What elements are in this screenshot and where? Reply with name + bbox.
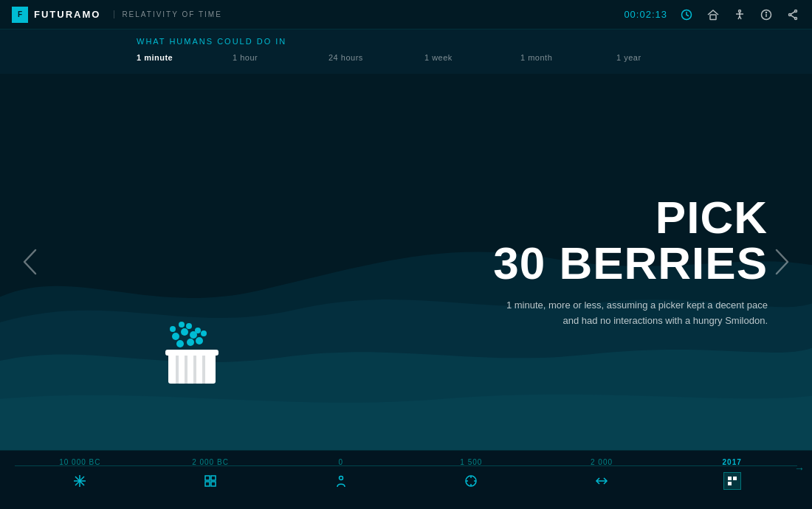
timeline-marker-2017: 2017: [667, 458, 797, 490]
tab-1-month[interactable]: 1 month: [520, 52, 616, 63]
next-arrow[interactable]: [768, 247, 797, 277]
tab-1-minute[interactable]: 1 minute: [137, 52, 233, 63]
svg-point-17: [181, 328, 188, 336]
logo-marker-icon[interactable]: [723, 472, 741, 490]
svg-rect-1: [710, 15, 716, 20]
logo-text: FUTURAMO: [34, 9, 100, 20]
logo: F FUTURAMO RELATIVITY OF TIME: [12, 7, 222, 23]
home-icon[interactable]: [706, 7, 720, 22]
svg-rect-38: [211, 476, 216, 480]
svg-point-2: [739, 10, 741, 12]
svg-point-19: [187, 339, 194, 346]
svg-rect-37: [205, 476, 210, 480]
tab-24-hours[interactable]: 24 hours: [328, 52, 424, 63]
content-area: PICK 30 BERRIES 1 minute, more or less, …: [0, 74, 812, 450]
svg-point-10: [795, 10, 797, 12]
timer: 00:02:13: [624, 9, 667, 20]
person-icon[interactable]: [332, 472, 350, 490]
description: 1 minute, more or less, assuming a picke…: [502, 298, 768, 329]
header-right: 00:02:13: [624, 7, 800, 22]
timeline-marker-2000: 2 000: [537, 458, 667, 490]
time-tabs: 1 minute 1 hour 24 hours 1 week 1 month …: [137, 52, 812, 63]
svg-rect-39: [205, 482, 210, 486]
svg-rect-43: [728, 477, 732, 480]
tab-1-year[interactable]: 1 year: [616, 52, 712, 63]
grid-icon[interactable]: [202, 472, 219, 490]
svg-point-9: [766, 12, 767, 13]
accessibility-icon[interactable]: [732, 7, 747, 22]
basket-illustration: [148, 314, 236, 406]
logo-icon: F: [12, 7, 28, 23]
svg-point-41: [339, 477, 343, 480]
svg-point-25: [170, 326, 176, 332]
svg-point-12: [789, 13, 791, 15]
header: F FUTURAMO RELATIVITY OF TIME 00:02:13: [0, 0, 812, 30]
svg-rect-32: [165, 350, 219, 356]
marker-label-2000bc: 2 000 BC: [145, 458, 276, 466]
main-content: PICK 30 BERRIES 1 minute, more or less, …: [0, 74, 812, 450]
svg-rect-31: [202, 353, 205, 384]
svg-point-20: [176, 340, 184, 347]
svg-line-6: [740, 16, 741, 19]
compass-icon[interactable]: [462, 472, 480, 490]
marker-label-0: 0: [275, 458, 406, 466]
svg-line-13: [791, 11, 795, 13]
text-block: PICK 30 BERRIES 1 minute, more or less, …: [493, 195, 768, 329]
marker-label-10000bc: 10 000 BC: [15, 458, 145, 466]
nav-section: WHAT HUMANS COULD DO IN 1 minute 1 hour …: [0, 30, 812, 74]
timeline-marker-10000bc: 10 000 BC: [15, 458, 145, 490]
marker-label-2000: 2 000: [537, 458, 667, 466]
marker-label-2017: 2017: [667, 458, 797, 466]
svg-rect-29: [185, 353, 187, 384]
snowflake-icon[interactable]: [71, 472, 89, 490]
svg-point-24: [179, 322, 185, 328]
marker-label-1500: 1 500: [406, 458, 537, 466]
tab-1-hour[interactable]: 1 hour: [233, 52, 328, 63]
bottom-timeline: → 10 000 BC 2 000 BC: [0, 450, 812, 509]
info-icon[interactable]: [759, 7, 774, 22]
timeline-marker-2000bc: 2 000 BC: [145, 458, 276, 490]
svg-rect-27: [168, 353, 216, 384]
svg-rect-28: [176, 353, 179, 384]
svg-rect-45: [728, 482, 732, 485]
heading-line2: 30 BERRIES: [493, 238, 768, 288]
svg-point-11: [795, 17, 797, 19]
timeline-marker-0: 0: [275, 458, 406, 490]
svg-rect-30: [193, 353, 196, 384]
svg-point-26: [201, 330, 207, 336]
svg-point-23: [195, 328, 201, 333]
timeline-marker-1500: 1 500: [406, 458, 537, 490]
timeline-inner: → 10 000 BC 2 000 BC: [0, 458, 812, 490]
svg-rect-44: [733, 477, 737, 480]
share-icon[interactable]: [785, 7, 800, 22]
svg-line-14: [791, 15, 795, 17]
svg-point-22: [186, 323, 192, 329]
heading-line1: PICK: [656, 192, 768, 243]
tab-1-week[interactable]: 1 week: [424, 52, 520, 63]
arrows-icon[interactable]: [593, 472, 610, 490]
clock-icon[interactable]: [679, 7, 694, 22]
main-heading: PICK 30 BERRIES: [493, 195, 768, 286]
header-subtitle: RELATIVITY OF TIME: [114, 10, 221, 18]
svg-point-16: [172, 333, 179, 340]
timeline-markers: 10 000 BC 2 000 BC: [15, 458, 797, 490]
svg-point-21: [196, 337, 203, 344]
section-label: WHAT HUMANS COULD DO IN: [137, 37, 812, 46]
prev-arrow[interactable]: [15, 247, 44, 277]
svg-rect-40: [211, 482, 216, 486]
